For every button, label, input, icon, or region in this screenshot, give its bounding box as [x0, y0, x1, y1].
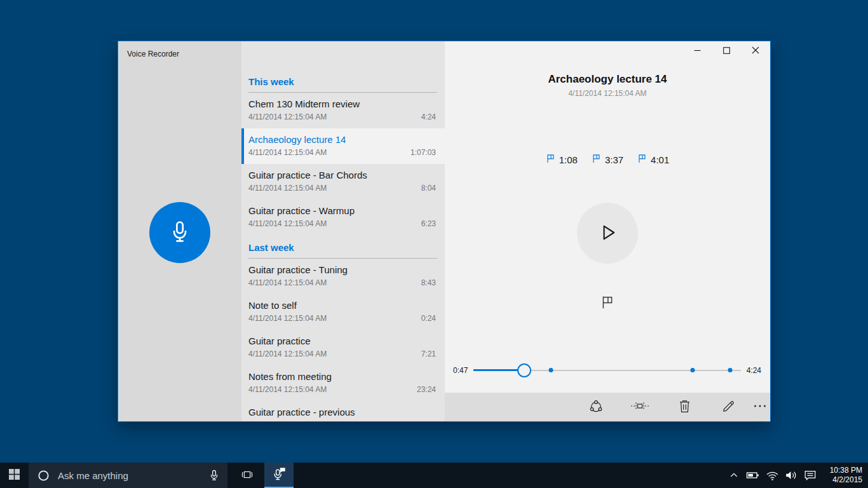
record-button[interactable] [149, 202, 210, 263]
recording-row[interactable]: Guitar practice 4/11/2014 12:15:04 AM 7:… [241, 330, 445, 365]
slider-flag-marker [690, 368, 695, 372]
recording-date: 4/11/2014 12:15:04 AM [248, 313, 327, 323]
search-box[interactable]: Ask me anything [29, 463, 227, 488]
see-more-button[interactable] [747, 393, 770, 421]
window-controls [682, 41, 770, 60]
share-icon [588, 398, 604, 416]
start-button[interactable] [0, 463, 29, 488]
desktop: Voice Recorder This week Chem 130 Midter… [0, 0, 868, 488]
flag-icon [592, 154, 601, 165]
flag-marker-chip[interactable]: 4:01 [637, 154, 669, 165]
flag-time: 4:01 [651, 154, 669, 165]
recording-date: 4/11/2014 12:15:04 AM [248, 147, 327, 158]
recording-row[interactable]: Notes from meeting 4/11/2014 12:15:04 AM… [241, 365, 445, 401]
recording-duration: 6:23 [421, 219, 436, 229]
recording-title: Chem 130 Midterm review [248, 98, 436, 111]
voice-recorder-window: Voice Recorder This week Chem 130 Midter… [118, 41, 771, 422]
recording-row[interactable]: Guitar practice - Bar Chords 4/11/2014 1… [241, 164, 445, 200]
section-header-last-week: Last week [241, 235, 445, 254]
task-view-icon [240, 468, 254, 484]
search-placeholder: Ask me anything [58, 470, 208, 481]
player-date: 4/11/2014 12:15:04 AM [445, 89, 770, 98]
recording-date: 4/11/2014 12:15:04 AM [248, 349, 327, 359]
flag-marker-chip[interactable]: 1:08 [546, 154, 578, 165]
task-view-button[interactable] [234, 463, 261, 488]
recording-row[interactable]: Guitar practice - Warmup 4/11/2014 12:15… [241, 200, 445, 235]
trim-icon [630, 398, 649, 416]
minimize-icon [694, 46, 701, 56]
close-button[interactable] [741, 41, 770, 60]
tray-chevron-up-icon[interactable] [724, 463, 743, 488]
recording-title: Note to self [248, 299, 436, 312]
recording-date: 4/11/2014 12:15:04 AM [248, 384, 327, 395]
maximize-icon [723, 46, 730, 56]
flag-icon [546, 154, 555, 165]
flag-time: 3:37 [605, 154, 623, 165]
taskbar-clock[interactable]: 10:38 PM 4/2/2015 [820, 466, 868, 485]
sidebar: Voice Recorder [118, 41, 241, 421]
windows-logo-icon [9, 469, 20, 482]
wifi-icon[interactable] [763, 463, 782, 488]
playback-slider-row: 0:47 4:24 [453, 362, 761, 379]
system-tray: 10:38 PM 4/2/2015 [724, 463, 868, 488]
recording-date: 4/11/2014 12:15:04 AM [248, 219, 327, 229]
current-time-label: 0:47 [453, 366, 468, 375]
window-title: Voice Recorder [127, 50, 179, 58]
flag-time: 1:08 [559, 154, 578, 165]
recording-row[interactable]: Guitar practice - previous [241, 401, 445, 421]
minimize-button[interactable] [682, 41, 712, 60]
recording-title: Guitar practice - Bar Chords [248, 169, 436, 182]
recording-duration: 8:04 [421, 183, 436, 193]
flag-marker-chip[interactable]: 3:37 [592, 154, 623, 165]
total-time-label: 4:24 [747, 366, 761, 375]
recording-date: 4/11/2014 12:15:04 AM [248, 112, 327, 122]
recording-title: Notes from meeting [248, 370, 436, 383]
add-flag-button[interactable] [593, 292, 621, 315]
flag-icon [637, 154, 647, 165]
slider-track[interactable] [473, 362, 740, 379]
taskbar-voice-recorder-button[interactable] [264, 463, 294, 488]
recording-title: Guitar practice - previous [248, 406, 436, 419]
slider-thumb[interactable] [517, 363, 531, 377]
section-header-this-week: This week [241, 69, 445, 88]
microphone-icon [167, 219, 193, 247]
player-toolbar [445, 393, 770, 421]
recording-date: 4/11/2014 12:15:04 AM [248, 278, 327, 288]
voice-recorder-app-icon [271, 466, 287, 484]
flag-icon [600, 295, 614, 311]
recording-date: 4/11/2014 12:15:04 AM [248, 183, 327, 193]
rename-button[interactable] [715, 393, 741, 421]
recording-row[interactable]: Guitar practice - Tuning 4/11/2014 12:15… [241, 259, 445, 294]
recording-duration: 7:21 [421, 349, 436, 359]
recording-duration: 0:24 [421, 313, 436, 323]
recording-title: Guitar practice - Tuning [248, 264, 436, 276]
share-button[interactable] [583, 393, 609, 421]
maximize-button[interactable] [712, 41, 741, 60]
clock-time: 10:38 PM [820, 466, 862, 475]
slider-flag-marker [549, 368, 553, 372]
recording-title: Guitar practice [248, 335, 436, 348]
search-mic-icon[interactable] [208, 469, 220, 482]
recordings-list: This week Chem 130 Midterm review 4/11/2… [241, 41, 445, 421]
recording-row[interactable]: Chem 130 Midterm review 4/11/2014 12:15:… [241, 93, 445, 128]
battery-icon[interactable] [743, 463, 763, 488]
volume-icon[interactable] [782, 463, 801, 488]
recording-title: Guitar practice - Warmup [248, 205, 436, 217]
recording-row[interactable]: Note to self 4/11/2014 12:15:04 AM 0:24 [241, 294, 445, 330]
recording-duration: 23:24 [417, 384, 436, 395]
pencil-icon [721, 398, 736, 416]
recording-duration: 1:07:03 [410, 147, 436, 158]
taskbar: Ask me anything [0, 463, 868, 488]
recording-duration: 8:43 [421, 278, 436, 288]
action-center-icon[interactable] [801, 463, 820, 488]
recording-title: Archaeology lecture 14 [248, 133, 436, 146]
recording-row-selected[interactable]: Archaeology lecture 14 4/11/2014 12:15:0… [241, 128, 445, 164]
play-icon [596, 221, 619, 246]
player-panel: Archaeology lecture 14 4/11/2014 12:15:0… [445, 41, 770, 421]
ellipsis-icon [752, 398, 768, 416]
flag-markers-row: 1:08 3:37 4:01 [445, 154, 770, 165]
clock-date: 4/2/2015 [820, 475, 862, 485]
play-button[interactable] [577, 203, 638, 264]
trim-button[interactable] [627, 393, 653, 421]
delete-button[interactable] [672, 393, 697, 421]
